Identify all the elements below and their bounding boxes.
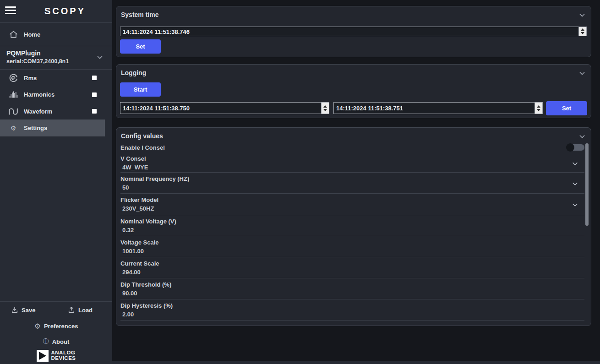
system-time-title: System time [121, 11, 158, 18]
logging-start-button[interactable]: Start [120, 82, 161, 97]
bottom-strip [112, 361, 600, 364]
config-scrollbar[interactable] [585, 143, 589, 226]
sidebar-item-label: Rms [24, 75, 37, 81]
enable-i-consel-label: Enable I Consel [120, 144, 165, 151]
logging-title: Logging [121, 69, 146, 76]
spin-down-icon[interactable] [537, 109, 540, 111]
config-row-v-consel[interactable]: V Consel 4W_WYE [120, 152, 584, 173]
about-button[interactable]: ⓘ About [0, 337, 112, 346]
config-row-voltage-scale[interactable]: Voltage Scale 1001.00 [120, 236, 584, 257]
collapse-chevron-icon[interactable] [578, 11, 586, 19]
collapse-chevron-icon[interactable] [578, 70, 586, 77]
config-row-current-scale[interactable]: Current Scale 294.00 [120, 257, 584, 278]
sidebar-item-label: Harmonics [24, 91, 55, 98]
hamburger-menu-button[interactable] [5, 6, 17, 16]
chevron-down-icon[interactable] [96, 54, 104, 61]
about-label: About [52, 338, 70, 345]
spin-down-icon[interactable] [323, 109, 327, 111]
plugin-header[interactable]: PQMPlugin serial:COM37,2400,8n1 [0, 46, 112, 69]
dropdown-chevron-icon[interactable] [572, 160, 578, 167]
load-icon [68, 306, 75, 314]
harmonics-tool-checkbox[interactable] [92, 92, 97, 97]
divider [0, 301, 112, 302]
collapse-chevron-icon[interactable] [578, 133, 586, 140]
enable-i-consel-toggle[interactable] [567, 144, 584, 151]
spin-up-icon[interactable] [581, 28, 584, 31]
sidebar-item-label: Settings [24, 125, 47, 131]
config-row-nominal-frequency[interactable]: Nominal Frequency (HZ) 50 [120, 173, 584, 194]
logging-start-datetime-input[interactable]: 14:11:2024 11:51:38.750 [120, 102, 329, 114]
config-values-panel: Config values Enable I Consel V Consel 4… [116, 127, 591, 326]
logging-panel: Logging Start 14:11:2024 11:51:38.750 14… [116, 64, 591, 118]
harmonics-icon [8, 90, 19, 99]
analog-devices-wordmark: ANALOG DEVICES [51, 350, 76, 361]
sidebar-item-settings[interactable]: ⚙ Settings [0, 120, 105, 136]
config-row-dip-threshold[interactable]: Dip Threshold (%) 90.00 [120, 278, 584, 299]
dropdown-chevron-icon[interactable] [572, 180, 578, 187]
spin-up-icon[interactable] [537, 105, 540, 108]
waveform-icon [8, 107, 19, 116]
system-time-set-button[interactable]: Set [120, 39, 161, 54]
analog-devices-triangle-icon [37, 350, 49, 362]
spin-down-icon[interactable] [581, 32, 584, 34]
save-label: Save [22, 307, 35, 314]
config-row-flicker-model[interactable]: Flicker Model 230V_50HZ [120, 194, 584, 215]
hamburger-icon [5, 6, 16, 8]
save-button[interactable]: Save [11, 305, 35, 315]
scopy-logo: SCOPY [44, 6, 86, 16]
system-time-datetime-input[interactable]: 14:11:2024 11:51:38.746 [120, 27, 587, 36]
preferences-button[interactable]: ⚙ Preferences [0, 321, 112, 331]
config-row-nominal-voltage[interactable]: Nominal Voltage (V) 0.32 [120, 215, 584, 236]
dropdown-chevron-icon[interactable] [572, 201, 578, 208]
rms-tool-checkbox[interactable] [92, 76, 97, 80]
sidebar-item-rms[interactable]: Rms [0, 70, 112, 86]
home-icon [8, 30, 19, 39]
main-content: System time 14:11:2024 11:51:38.746 Set … [112, 0, 600, 364]
info-icon: ⓘ [43, 337, 49, 346]
spin-up-icon[interactable] [323, 105, 327, 108]
spinner-control[interactable] [535, 103, 542, 114]
logging-stop-datetime-input[interactable]: 14:11:2024 11:51:38.751 [333, 102, 543, 114]
save-icon [11, 306, 18, 314]
datetime-value: 14:11:2024 11:51:38.750 [123, 105, 190, 112]
sidebar-item-home[interactable]: Home [0, 23, 112, 46]
sidebar-item-harmonics[interactable]: Harmonics [0, 86, 112, 103]
sidebar-item-label: Waveform [24, 108, 52, 115]
scopy-window: SCOPY Home PQMPlugin serial:COM37,2400,8… [0, 0, 600, 364]
preferences-gear-icon: ⚙ [34, 322, 41, 331]
settings-gear-icon: ⚙ [8, 125, 19, 132]
config-values-title: Config values [121, 132, 163, 140]
rms-icon [8, 73, 19, 83]
preferences-label: Preferences [44, 323, 78, 330]
system-time-panel: System time 14:11:2024 11:51:38.746 Set [116, 6, 591, 57]
spinner-control[interactable] [321, 103, 329, 114]
datetime-value: 14:11:2024 11:51:38.746 [123, 28, 190, 35]
config-row-dip-hysteresis[interactable]: Dip Hysteresis (%) 2.00 [120, 299, 584, 321]
sidebar-item-label: Home [24, 31, 40, 38]
logging-set-button[interactable]: Set [546, 101, 587, 115]
sidebar-item-waveform[interactable]: Waveform [0, 103, 112, 120]
spinner-control[interactable] [578, 27, 586, 36]
load-button[interactable]: Load [68, 305, 93, 315]
load-label: Load [78, 307, 93, 314]
datetime-value: 14:11:2024 11:51:38.751 [336, 105, 403, 112]
analog-devices-logo: ANALOG DEVICES [0, 350, 112, 362]
sidebar: SCOPY Home PQMPlugin serial:COM37,2400,8… [0, 0, 112, 364]
toggle-knob [566, 143, 574, 152]
waveform-tool-checkbox[interactable] [92, 109, 97, 114]
